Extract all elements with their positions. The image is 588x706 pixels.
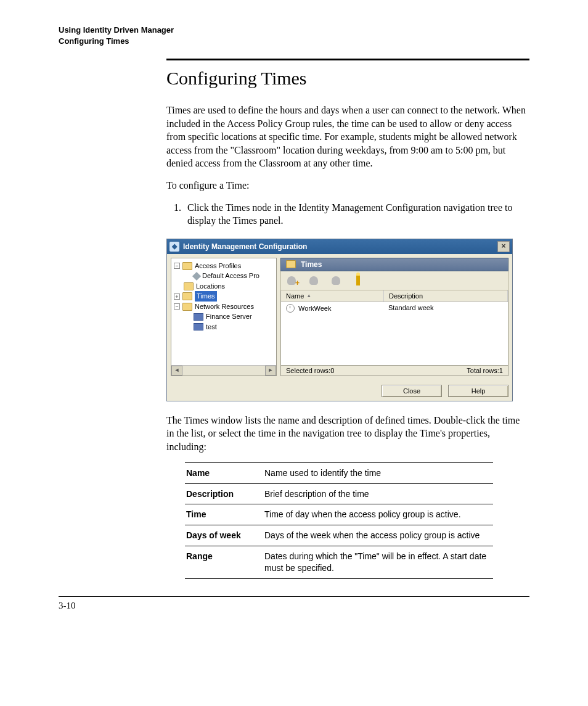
- tree-default-access[interactable]: Default Access Pro: [202, 271, 259, 281]
- table-row: Days of week Days of the week when the a…: [185, 525, 493, 546]
- toolbar: [280, 271, 508, 290]
- running-header-line2: Configuring Times: [59, 36, 529, 47]
- tree-finance-server[interactable]: Finance Server: [206, 311, 252, 322]
- folder-icon: [182, 292, 192, 300]
- prop-desc: Dates during which the "Time" will be in…: [263, 546, 493, 579]
- cell-name: WorkWeek: [298, 305, 331, 312]
- status-selected: Selected rows:0: [286, 367, 334, 374]
- step-1: Click the Times node in the Identity Man…: [184, 201, 529, 228]
- table-row: Range Dates during which the "Time" will…: [185, 546, 493, 579]
- prop-label: Range: [185, 546, 263, 579]
- panel-title: Times: [301, 260, 322, 269]
- horizontal-scrollbar[interactable]: ◄ ►: [171, 365, 276, 376]
- tree-locations[interactable]: Locations: [196, 281, 225, 292]
- running-header: Using Identity Driven Manager Configurin…: [59, 25, 529, 46]
- sort-asc-icon: ▲: [306, 293, 311, 298]
- tree-times-selected[interactable]: Times: [195, 291, 217, 302]
- close-button[interactable]: ×: [497, 241, 510, 252]
- collapse-icon[interactable]: −: [174, 303, 180, 310]
- folder-icon: [182, 262, 192, 270]
- footer-rule: [59, 596, 529, 597]
- server-icon: [194, 323, 203, 330]
- help-button[interactable]: Help: [448, 385, 508, 397]
- scroll-right-icon[interactable]: ►: [265, 366, 276, 376]
- prop-desc: Time of day when the access policy group…: [263, 504, 493, 525]
- times-grid[interactable]: Name▲ Description WorkWeek Standard week: [280, 290, 508, 366]
- prop-desc: Name used to identify the time: [263, 462, 493, 483]
- add-user-icon[interactable]: [285, 274, 298, 287]
- running-header-line1: Using Identity Driven Manager: [59, 25, 529, 36]
- panel-header: Times: [280, 258, 508, 271]
- users-icon[interactable]: [307, 274, 321, 287]
- tree-network-resources[interactable]: Network Resources: [195, 302, 254, 312]
- prop-desc: Days of the week when the access policy …: [263, 525, 493, 546]
- close-button[interactable]: Close: [382, 385, 442, 397]
- profile-icon: [192, 272, 201, 281]
- server-icon: [194, 313, 203, 321]
- prop-desc: Brief description of the time: [263, 483, 493, 504]
- page-number: 3-10: [59, 601, 529, 611]
- prop-label: Time: [185, 504, 263, 525]
- intro-paragraph: Times are used to define the hours and d…: [166, 104, 529, 170]
- scroll-left-icon[interactable]: ◄: [171, 366, 182, 376]
- expand-icon[interactable]: +: [174, 293, 180, 300]
- screenshot-window: ◆ Identity Management Configuration × −A…: [166, 239, 513, 401]
- navigation-tree[interactable]: −Access Profiles Default Access Pro Loca…: [171, 258, 277, 376]
- collapse-icon[interactable]: −: [174, 263, 180, 269]
- prop-label: Description: [185, 483, 263, 504]
- prop-label: Days of week: [185, 525, 263, 546]
- candle-icon[interactable]: [351, 274, 365, 287]
- folder-icon: [184, 282, 194, 290]
- lead-in-text: To configure a Time:: [166, 179, 529, 192]
- table-row: Name Name used to identify the time: [185, 462, 493, 483]
- prop-label: Name: [185, 462, 263, 483]
- page-title: Configuring Times: [166, 68, 529, 89]
- status-bar: Selected rows:0 Total rows:1: [280, 366, 508, 376]
- table-row: Time Time of day when the access policy …: [185, 504, 493, 525]
- status-total: Total rows:1: [467, 367, 503, 374]
- app-icon: ◆: [169, 242, 179, 252]
- cell-description: Standard week: [383, 302, 508, 314]
- tree-access-profiles[interactable]: Access Profiles: [195, 261, 241, 271]
- user-icon[interactable]: [329, 274, 343, 287]
- window-title: Identity Management Configuration: [183, 242, 307, 251]
- step-list: Click the Times node in the Identity Man…: [166, 201, 529, 228]
- clock-icon: [286, 304, 295, 313]
- folder-icon: [286, 260, 296, 268]
- properties-table: Name Name used to identify the time Desc…: [185, 462, 493, 579]
- table-row: Description Brief description of the tim…: [185, 483, 493, 504]
- column-header-name[interactable]: Name▲: [281, 290, 384, 302]
- title-bar: ◆ Identity Management Configuration ×: [167, 239, 512, 254]
- tree-test[interactable]: test: [206, 322, 217, 332]
- column-header-description[interactable]: Description: [384, 290, 508, 302]
- table-row[interactable]: WorkWeek Standard week: [281, 302, 508, 314]
- folder-icon: [182, 303, 192, 311]
- after-screenshot-paragraph: The Times window lists the name and desc…: [166, 414, 529, 454]
